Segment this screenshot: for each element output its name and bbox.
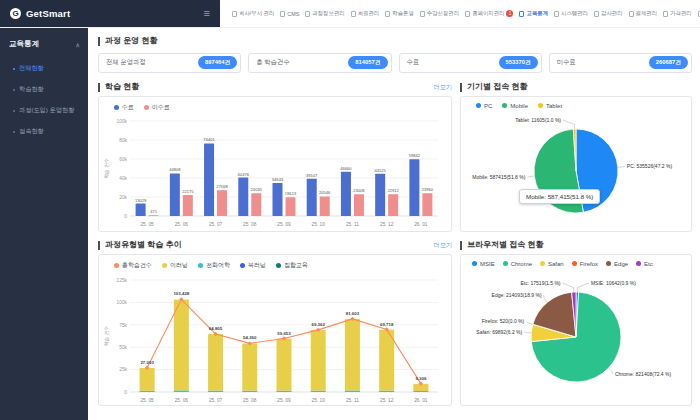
device-access-panel: 기기별 접속 현황 PCMobileTablet PC: 535526(47.2… <box>460 83 692 232</box>
panel-title: 기기별 접속 현황 <box>460 83 527 92</box>
logo-icon: G <box>10 8 21 19</box>
svg-text:26. 01: 26. 01 <box>414 398 428 403</box>
legend-dot-icon <box>472 261 477 266</box>
legend-dot-icon <box>540 261 545 266</box>
course-type-combo-chart: 025k50k75k100k125k학습 건수25. 0525. 0625. 0… <box>100 270 446 406</box>
legend-item[interactable]: 총학습건수 <box>114 261 152 270</box>
nav-item[interactable]: 과정정보관리 <box>305 10 344 17</box>
legend-dot-icon <box>198 263 203 268</box>
stat-label: 총 학습건수 <box>256 58 289 67</box>
svg-text:59,653: 59,653 <box>277 330 291 335</box>
stat-value-badge: 553370건 <box>499 56 538 69</box>
svg-text:25. 05: 25. 05 <box>140 398 154 403</box>
legend-dot-icon <box>572 261 577 266</box>
legend-item[interactable]: PC <box>476 103 492 109</box>
svg-text:13029: 13029 <box>135 197 147 202</box>
nav-item-icon <box>465 11 470 17</box>
legend-item[interactable]: 북러닝 <box>240 261 266 270</box>
stat-value-badge: 814057건 <box>348 56 387 69</box>
legend-item[interactable]: Edge <box>606 261 628 267</box>
sidebar-item[interactable]: 학습현황 <box>0 79 88 100</box>
svg-text:Chrome: 821408(72.4 %): Chrome: 821408(72.4 %) <box>615 371 671 377</box>
svg-text:27068: 27068 <box>216 184 228 189</box>
legend-dot-icon <box>606 261 611 266</box>
nav-item[interactable]: 결제관리 <box>629 10 658 17</box>
svg-text:27,093: 27,093 <box>140 360 154 365</box>
nav-item[interactable]: 회사/부서 관리 <box>232 10 274 17</box>
nav-item[interactable]: 교육통계 <box>519 10 548 17</box>
legend-dot-icon <box>240 263 245 268</box>
panel-title: 브라우저별 접속 현황 <box>460 241 543 250</box>
sidebar-item[interactable]: 접속현황 <box>0 121 88 142</box>
svg-text:25. 11: 25. 11 <box>346 222 359 227</box>
legend-item[interactable]: Firefox <box>572 261 598 267</box>
legend-item[interactable]: Mobile <box>502 103 528 109</box>
sidebar-item[interactable]: 전체현황 <box>0 58 88 79</box>
legend-dot-icon <box>636 261 641 266</box>
more-link[interactable]: 더보기 <box>433 241 452 250</box>
logo-text: GetSmart <box>26 8 70 19</box>
svg-text:22175: 22175 <box>182 189 194 194</box>
nav-item[interactable]: 회원관리 <box>351 10 380 17</box>
nav-item[interactable]: 수강신청관리 <box>420 10 459 17</box>
nav-item[interactable]: 학습운영 <box>385 10 414 17</box>
svg-text:81,603: 81,603 <box>346 311 360 316</box>
svg-text:23008: 23008 <box>353 188 365 193</box>
svg-text:25. 07: 25. 07 <box>209 398 223 403</box>
svg-text:Mobile: 587415(51.8 %): Mobile: 587415(51.8 %) <box>472 173 525 179</box>
svg-text:50k: 50k <box>119 345 127 350</box>
more-link[interactable]: 더보기 <box>433 83 452 92</box>
sidebar-items: 전체현황학습현황과정(도입) 운영현황접속현황 <box>0 58 88 142</box>
svg-text:20546: 20546 <box>319 190 331 195</box>
svg-text:25. 10: 25. 10 <box>312 398 326 403</box>
stat-box: 수료553370건 <box>399 53 542 73</box>
sidebar-section-header[interactable]: 교육통계 ∧ <box>0 28 88 58</box>
stat-label: 미수료 <box>557 58 576 67</box>
legend-dot-icon <box>503 261 508 266</box>
legend-item[interactable]: 미수료 <box>144 103 170 112</box>
hamburger-menu-icon[interactable]: ≡ <box>204 8 210 19</box>
stat-label: 수료 <box>407 58 420 67</box>
svg-text:25. 07: 25. 07 <box>209 222 223 227</box>
nav-item-icon <box>594 11 599 17</box>
legend-item[interactable]: Chrome <box>503 261 532 267</box>
nav-item[interactable]: 시스템관리 <box>554 10 588 17</box>
svg-text:100k: 100k <box>117 118 128 123</box>
legend-item[interactable]: Tablet <box>538 103 562 109</box>
legend-dot-icon <box>144 105 149 110</box>
legend-dot-icon <box>538 103 543 108</box>
legend-item[interactable]: 전화어학 <box>198 261 230 270</box>
charts-grid: 학습 현황 더보기 수료미수료 020k40k60k80k100k학습 건수25… <box>98 83 692 406</box>
svg-text:103,428: 103,428 <box>173 291 189 296</box>
stats-section-title: 과정 운영 현황 <box>98 37 692 46</box>
sidebar: 교육통계 ∧ 전체현황학습현황과정(도입) 운영현황접속현황 <box>0 28 88 420</box>
stat-value-badge: 260687건 <box>649 56 688 69</box>
stat-box: 총 학습건수814057건 <box>248 53 391 73</box>
nav-item-icon <box>554 11 559 17</box>
svg-text:471: 471 <box>150 209 158 214</box>
bullet-icon <box>13 131 15 133</box>
svg-text:40476: 40476 <box>238 171 250 176</box>
legend-item[interactable]: 수료 <box>114 103 134 112</box>
stat-value-badge: 897464건 <box>198 56 237 69</box>
svg-text:80k: 80k <box>119 137 127 142</box>
svg-text:69,362: 69,362 <box>312 322 326 327</box>
svg-text:0: 0 <box>124 213 127 218</box>
nav-item[interactable]: CMS <box>280 11 299 17</box>
nav-item[interactable]: 홈페이지관리1 <box>465 10 513 17</box>
sidebar-item[interactable]: 과정(도입) 운영현황 <box>0 100 88 121</box>
learning-status-bar-chart: 020k40k60k80k100k학습 건수25. 051302947125. … <box>100 112 446 230</box>
nav-item[interactable]: 가격관리 <box>663 10 692 17</box>
legend-item[interactable]: Etc <box>636 261 653 267</box>
svg-text:9,306: 9,306 <box>415 375 427 380</box>
legend-item[interactable]: 이러닝 <box>162 261 188 270</box>
nav-item[interactable]: 감사관리 <box>594 10 623 17</box>
svg-text:PC: 535526(47.2 %): PC: 535526(47.2 %) <box>627 163 673 169</box>
chart-legend: 총학습건수이러닝전화어학북러닝집합교육 <box>100 256 450 270</box>
stats-row: 전체 운영과정897464건총 학습건수814057건수료553370건미수료2… <box>98 53 692 73</box>
legend-item[interactable]: MSIE <box>472 261 495 267</box>
notification-badge: 1 <box>506 10 513 17</box>
legend-item[interactable]: 집합교육 <box>276 261 308 270</box>
svg-text:25. 12: 25. 12 <box>380 398 394 403</box>
legend-item[interactable]: Safari <box>540 261 564 267</box>
